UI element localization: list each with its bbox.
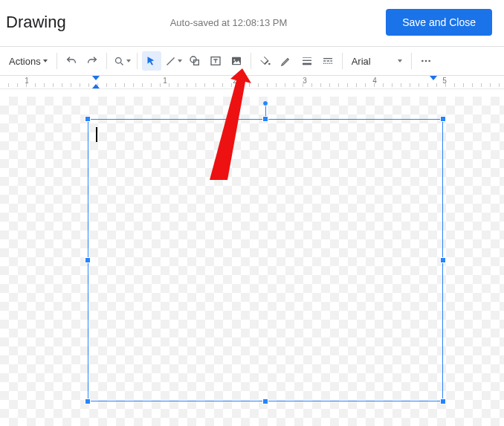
resize-handle-tr[interactable] (440, 116, 446, 122)
dialog-header: Drawing Auto-saved at 12:08:13 PM Save a… (0, 0, 504, 46)
select-tool-button[interactable] (142, 51, 161, 71)
line-icon (165, 56, 176, 67)
toolbar-separator (56, 53, 57, 69)
cursor-icon (146, 56, 157, 67)
font-picker[interactable]: Arial (347, 54, 407, 68)
selected-textbox[interactable] (88, 119, 443, 401)
resize-handle-bc[interactable] (262, 398, 268, 404)
undo-button[interactable] (62, 51, 81, 71)
pencil-icon (280, 56, 291, 67)
border-dash-button[interactable] (318, 51, 337, 71)
drawing-canvas[interactable] (0, 97, 504, 426)
font-name-label: Arial (352, 56, 371, 67)
svg-rect-18 (327, 63, 328, 64)
shape-tool-button[interactable] (185, 51, 204, 71)
horizontal-ruler: 1 1 2 3 4 5 (0, 76, 504, 89)
resize-handle-tc[interactable] (262, 116, 268, 122)
image-icon (230, 55, 242, 67)
svg-rect-11 (303, 63, 311, 65)
resize-handle-bl[interactable] (85, 398, 91, 404)
toolbar-separator (411, 53, 412, 69)
svg-point-21 (421, 60, 424, 62)
redo-button[interactable] (83, 51, 102, 71)
ruler-right-marker[interactable] (430, 76, 437, 80)
svg-point-23 (428, 60, 430, 62)
ruler-number: 1 (163, 77, 167, 85)
chevron-down-icon (43, 59, 48, 62)
toolbar: Actions Arial (0, 46, 504, 76)
line-tool-button[interactable] (163, 51, 184, 71)
svg-rect-10 (303, 60, 311, 61)
svg-rect-17 (325, 63, 326, 64)
toolbar-separator (137, 53, 138, 69)
zoom-button[interactable] (112, 51, 132, 71)
line-dash-icon (322, 55, 334, 67)
svg-point-8 (268, 63, 271, 65)
svg-rect-9 (303, 57, 311, 58)
chevron-down-icon (126, 59, 131, 62)
dialog-title: Drawing (6, 13, 66, 32)
line-weight-icon (301, 55, 313, 67)
save-and-close-button[interactable]: Save and Close (386, 9, 492, 36)
svg-rect-13 (323, 60, 326, 61)
ruler-number: 3 (303, 77, 307, 85)
ruler-ticks (0, 76, 504, 88)
ruler-number: 2 (233, 77, 237, 85)
svg-rect-19 (329, 63, 330, 64)
resize-handle-tl[interactable] (85, 116, 91, 122)
border-color-button[interactable] (277, 51, 296, 71)
resize-handle-mr[interactable] (440, 257, 446, 263)
ruler-number: 5 (442, 77, 447, 85)
svg-point-7 (233, 59, 235, 61)
svg-point-22 (424, 60, 427, 62)
shape-icon (189, 55, 201, 67)
textbox-icon (210, 55, 222, 67)
resize-handle-br[interactable] (440, 398, 446, 404)
svg-line-2 (167, 57, 174, 65)
actions-menu-label: Actions (9, 56, 41, 67)
svg-line-1 (120, 62, 123, 65)
rotate-handle[interactable] (262, 100, 268, 106)
svg-rect-15 (330, 60, 332, 61)
svg-rect-14 (326, 60, 329, 61)
resize-handle-ml[interactable] (85, 257, 91, 263)
toolbar-separator (106, 53, 107, 69)
actions-menu-button[interactable]: Actions (4, 53, 52, 70)
more-button[interactable] (416, 51, 436, 71)
redo-icon (86, 55, 98, 67)
svg-rect-20 (331, 63, 332, 64)
image-tool-button[interactable] (227, 51, 246, 71)
text-caret (96, 127, 97, 142)
svg-rect-12 (323, 58, 332, 59)
undo-icon (65, 55, 77, 67)
border-weight-button[interactable] (297, 51, 317, 71)
fill-color-button[interactable] (256, 51, 275, 71)
more-horizontal-icon (420, 55, 432, 67)
paint-bucket-icon (259, 55, 271, 67)
chevron-down-icon (178, 59, 182, 62)
chevron-down-icon (398, 59, 402, 62)
ruler-number: 4 (372, 77, 377, 85)
zoom-icon (114, 56, 125, 67)
svg-rect-16 (323, 63, 324, 64)
toolbar-separator (342, 53, 343, 69)
ruler-indent-marker[interactable] (92, 76, 100, 80)
toolbar-separator (251, 53, 251, 69)
textbox-tool-button[interactable] (206, 51, 225, 71)
autosave-status: Auto-saved at 12:08:13 PM (170, 17, 386, 28)
ruler-margin-marker[interactable] (92, 84, 100, 88)
svg-point-0 (115, 57, 121, 63)
ruler-number: 1 (25, 77, 29, 85)
